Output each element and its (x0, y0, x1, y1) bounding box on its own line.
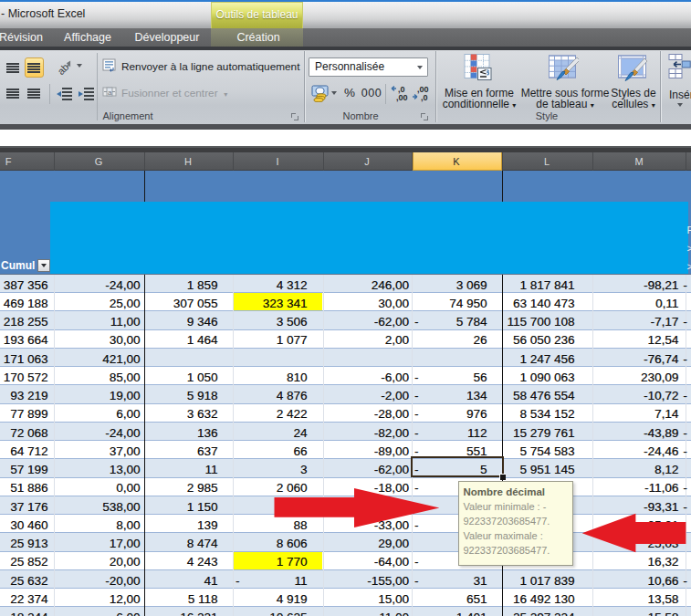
svg-text:,00: ,00 (396, 93, 408, 102)
svg-text:a: a (108, 89, 112, 97)
